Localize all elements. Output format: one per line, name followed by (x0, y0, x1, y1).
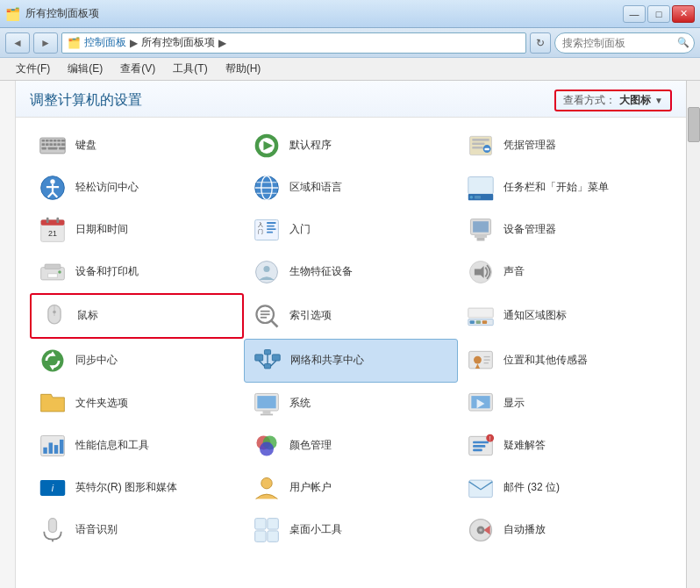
synccenter-label: 同步中心 (75, 354, 118, 368)
icon-item-display[interactable]: 显示 (458, 383, 672, 425)
keyboard-icon (37, 130, 68, 161)
icon-item-system[interactable]: 系统 (244, 383, 458, 425)
menu-tools[interactable]: 工具(T) (166, 60, 214, 78)
icon-item-synccenter[interactable]: 同步中心 (30, 339, 244, 383)
icon-item-devicemanager[interactable]: 设备管理器 (458, 209, 672, 251)
icon-item-accessibility[interactable]: 轻松访问中心 (30, 167, 244, 209)
refresh-button[interactable]: ↻ (530, 32, 551, 54)
devicemanager-label: 设备管理器 (504, 223, 556, 237)
indexing-label: 索引选项 (289, 309, 332, 323)
svg-rect-102 (49, 442, 53, 453)
svg-point-26 (50, 179, 54, 183)
desktopgadgets-icon (251, 514, 282, 546)
maximize-button[interactable]: □ (647, 5, 670, 23)
title-bar-buttons: — □ ✕ (623, 5, 695, 23)
icon-item-datetime[interactable]: 21日期和时间 (30, 209, 244, 251)
icon-item-folderopts[interactable]: 文件夹选项 (30, 383, 244, 425)
menu-edit[interactable]: 编辑(E) (61, 60, 110, 78)
icon-item-useraccounts[interactable]: 用户帐户 (244, 467, 458, 509)
icon-item-devicesprint[interactable]: 设备和打印机 (30, 251, 244, 293)
forward-button[interactable]: ► (33, 32, 58, 54)
credentials-icon (465, 130, 496, 161)
devicesprint-label: 设备和打印机 (75, 265, 139, 279)
menu-file[interactable]: 文件(F) (9, 60, 57, 78)
svg-rect-58 (48, 274, 58, 277)
svg-rect-43 (56, 218, 59, 223)
svg-point-107 (260, 442, 274, 456)
close-button[interactable]: ✕ (672, 5, 695, 23)
icon-item-credentials[interactable]: 凭据管理器 (458, 125, 672, 167)
svg-rect-3 (49, 140, 53, 142)
menu-view[interactable]: 查看(V) (113, 60, 162, 78)
back-button[interactable]: ◄ (5, 32, 30, 54)
svg-rect-8 (46, 143, 49, 146)
svg-rect-22 (472, 147, 482, 149)
svg-point-66 (53, 311, 56, 314)
icon-item-desktopgadgets[interactable]: 桌面小工具 (244, 509, 458, 551)
svg-rect-94 (257, 396, 275, 408)
svg-rect-110 (473, 445, 485, 448)
icon-item-taskbar[interactable]: 任务栏和「开始」菜单 (458, 167, 672, 209)
icon-item-getstarted[interactable]: 入门入门 (244, 209, 458, 251)
svg-point-38 (470, 196, 474, 199)
path-separator-2: ▶ (218, 37, 226, 49)
icon-item-colormanage[interactable]: 颜色管理 (244, 425, 458, 467)
svg-text:入: 入 (258, 221, 263, 227)
icon-item-mouse[interactable]: 鼠标 (30, 293, 244, 339)
path-segment-2[interactable]: 所有控制面板项 (141, 35, 215, 50)
networkcenter-label: 网络和共享中心 (290, 354, 364, 368)
path-separator-1: ▶ (130, 37, 138, 49)
icon-item-keyboard[interactable]: 键盘 (30, 125, 244, 167)
icon-item-notification[interactable]: 通知区域图标 (458, 293, 672, 339)
icon-item-default-programs[interactable]: 默认程序 (244, 125, 458, 167)
icon-item-performance[interactable]: 性能信息和工具 (30, 425, 244, 467)
svg-rect-10 (54, 143, 57, 146)
mail-label: 邮件 (32 位) (504, 481, 560, 495)
window-icon: 🗂️ (5, 7, 20, 21)
minimize-button[interactable]: — (623, 5, 646, 23)
svg-rect-36 (468, 177, 493, 195)
svg-rect-7 (42, 143, 46, 146)
system-icon (251, 388, 282, 419)
main-area: 调整计算机的设置 查看方式： 大图标 ▼ 键盘默认程序凭据管理器轻松访问中心区域… (0, 81, 700, 588)
scrollbar[interactable] (686, 81, 700, 588)
icon-item-intel[interactable]: i英特尔(R) 图形和媒体 (30, 467, 244, 509)
troubleshoot-label: 疑难解答 (504, 439, 546, 453)
content-header: 调整计算机的设置 查看方式： 大图标 ▼ (16, 81, 686, 118)
icon-item-location[interactable]: 位置和其他传感器 (458, 339, 672, 383)
svg-rect-54 (475, 234, 487, 238)
performance-icon (37, 430, 68, 462)
svg-point-116 (261, 477, 272, 488)
icon-item-sound[interactable]: 声音 (458, 251, 672, 293)
svg-rect-104 (60, 440, 63, 454)
menu-help[interactable]: 帮助(H) (218, 60, 268, 78)
search-input[interactable] (554, 32, 695, 54)
svg-rect-5 (57, 140, 61, 142)
datetime-icon: 21 (37, 214, 68, 246)
icon-item-region[interactable]: 区域和语言 (244, 167, 458, 209)
svg-point-88 (474, 356, 482, 364)
view-mode-value: 大图标 (619, 93, 651, 108)
region-icon (251, 172, 282, 204)
icon-item-autoplay[interactable]: 自动播放 (458, 509, 672, 551)
svg-text:门: 门 (258, 228, 263, 234)
svg-line-68 (271, 320, 277, 326)
icon-item-troubleshoot[interactable]: !疑难解答 (458, 425, 672, 467)
location-label: 位置和其他传感器 (504, 354, 588, 368)
svg-rect-73 (470, 320, 475, 324)
taskbar-label: 任务栏和「开始」菜单 (504, 181, 609, 195)
svg-rect-14 (48, 147, 58, 150)
path-segment-1[interactable]: 控制面板 (84, 35, 126, 50)
svg-rect-80 (264, 364, 270, 369)
icon-item-networkcenter[interactable]: 网络和共享中心 (244, 339, 458, 383)
menu-bar: 文件(F) 编辑(E) 查看(V) 工具(T) 帮助(H) (0, 58, 700, 81)
icon-item-biometric[interactable]: 生物特征设备 (244, 251, 458, 293)
view-mode-box[interactable]: 查看方式： 大图标 ▼ (554, 90, 672, 111)
datetime-label: 日期和时间 (75, 223, 128, 237)
icon-item-mail[interactable]: 邮件 (32 位) (458, 467, 672, 509)
icon-item-indexing[interactable]: 索引选项 (244, 293, 458, 339)
notification-icon (465, 300, 496, 332)
address-path[interactable]: 🗂️ 控制面板 ▶ 所有控制面板项 ▶ (61, 32, 526, 54)
icon-item-speech[interactable]: 语音识别 (30, 509, 244, 551)
networkcenter-icon (252, 345, 283, 376)
